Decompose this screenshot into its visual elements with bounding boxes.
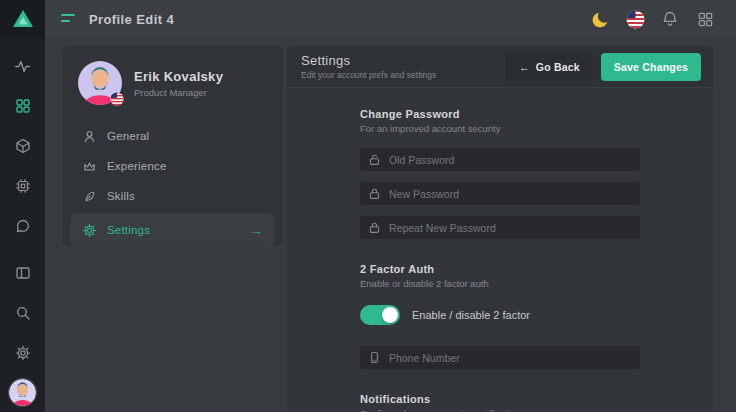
- settings-subtitle: Edit your account prefs and settings: [301, 70, 436, 80]
- new-password-input[interactable]: [389, 188, 632, 200]
- phone-number-input[interactable]: [389, 352, 632, 364]
- activity-icon[interactable]: [0, 46, 45, 86]
- profile-name: Erik Kovalsky: [134, 69, 223, 84]
- left-arrow-icon: ←: [519, 61, 530, 73]
- two-factor-toggle[interactable]: [360, 305, 400, 325]
- icon-rail: [0, 0, 45, 412]
- repeat-password-field[interactable]: [360, 216, 640, 239]
- profile-avatar: [78, 61, 122, 105]
- section-subtitle: For an improved account security: [360, 123, 713, 134]
- settings-header: Settings Edit your account prefs and set…: [287, 46, 713, 88]
- crown-icon: [82, 159, 97, 174]
- hamburger-icon[interactable]: [61, 13, 77, 25]
- page-title: Profile Edit 4: [89, 12, 174, 27]
- old-password-field[interactable]: [360, 148, 640, 171]
- notifications-section: Notifications Configure how you receive …: [360, 393, 713, 412]
- profile-role: Product Manager: [134, 87, 223, 98]
- lock-icon: [368, 187, 381, 200]
- menu-item-general[interactable]: General: [70, 121, 275, 151]
- user-avatar[interactable]: [9, 379, 36, 406]
- menu-item-settings[interactable]: Settings →: [70, 213, 275, 247]
- old-password-input[interactable]: [389, 154, 632, 166]
- toggle-label: Enable / disable 2 factor: [412, 309, 530, 321]
- menu-item-experience[interactable]: Experience: [70, 151, 275, 181]
- layout-panel-icon[interactable]: [0, 253, 45, 293]
- avatar-flag-badge: [110, 92, 124, 106]
- save-changes-button[interactable]: Save Changes: [601, 53, 701, 81]
- app-logo[interactable]: [0, 0, 45, 38]
- section-title: Change Password: [360, 108, 713, 120]
- chat-icon[interactable]: [0, 206, 45, 246]
- go-back-button[interactable]: ←Go Back: [506, 53, 593, 81]
- section-subtitle: Configure how you receive notifications: [360, 408, 713, 412]
- change-password-section: Change Password For an improved account …: [360, 108, 713, 239]
- gear-icon: [82, 223, 97, 238]
- feather-icon: [82, 189, 97, 204]
- menu-item-skills[interactable]: Skills: [70, 181, 275, 211]
- user-icon: [82, 129, 97, 144]
- us-flag-icon[interactable]: [622, 6, 648, 32]
- two-factor-toggle-row[interactable]: Enable / disable 2 factor: [360, 305, 713, 325]
- section-title: 2 Factor Auth: [360, 263, 713, 275]
- search-icon[interactable]: [0, 293, 45, 333]
- cpu-icon[interactable]: [0, 166, 45, 206]
- repeat-password-input[interactable]: [389, 222, 632, 234]
- profile-menu: General Experience Skills: [70, 121, 275, 247]
- section-subtitle: Enable or disable 2 factor auth: [360, 278, 713, 289]
- apps-grid-icon[interactable]: [692, 6, 718, 32]
- menu-item-label: Settings: [107, 224, 150, 236]
- menu-item-label: General: [107, 130, 149, 142]
- package-icon[interactable]: [0, 126, 45, 166]
- gear-icon[interactable]: [0, 333, 45, 373]
- two-factor-section: 2 Factor Auth Enable or disable 2 factor…: [360, 263, 713, 369]
- triangle-logo-icon: [12, 9, 34, 29]
- content-area: Erik Kovalsky Product Manager General: [45, 38, 736, 412]
- lock-icon: [368, 221, 381, 234]
- profile-card: Erik Kovalsky Product Manager General: [62, 46, 283, 246]
- right-arrow-icon: →: [250, 223, 263, 238]
- dashboard-grid-icon[interactable]: [0, 86, 45, 126]
- moon-icon[interactable]: [587, 6, 613, 32]
- bell-icon[interactable]: [657, 6, 683, 32]
- new-password-field[interactable]: [360, 182, 640, 205]
- section-title: Notifications: [360, 393, 713, 405]
- phone-icon: [368, 351, 381, 364]
- settings-panel: Settings Edit your account prefs and set…: [287, 46, 713, 412]
- settings-title: Settings: [301, 53, 436, 68]
- menu-item-label: Experience: [107, 160, 167, 172]
- topbar: Profile Edit 4: [45, 0, 736, 38]
- phone-number-field[interactable]: [360, 346, 640, 369]
- unlock-icon: [368, 153, 381, 166]
- menu-item-label: Skills: [107, 190, 135, 202]
